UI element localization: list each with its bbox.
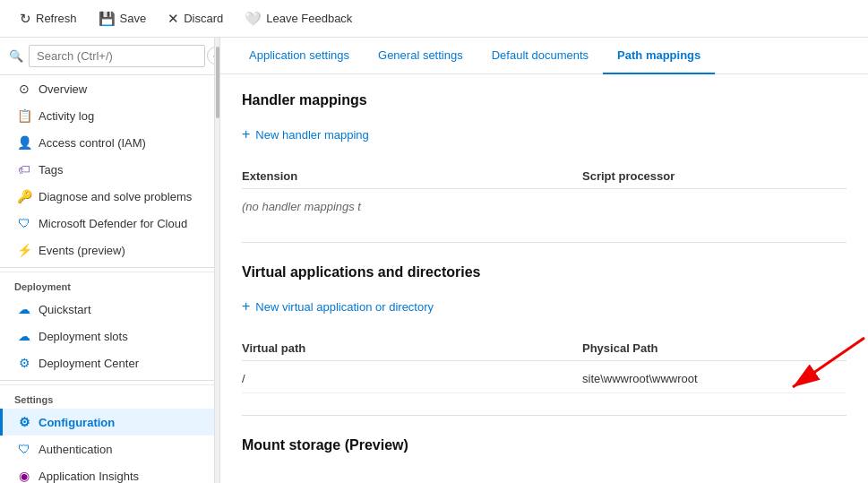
- virtual-apps-table: / site\wwwroot\wwwroot: [242, 365, 847, 393]
- save-label: Save: [120, 12, 147, 25]
- sidebar-item-configuration[interactable]: ⚙ Configuration: [0, 409, 214, 436]
- section-divider-1: [242, 242, 847, 243]
- physical-path-col-header: Physical Path: [582, 341, 847, 355]
- table-row[interactable]: / site\wwwroot\wwwroot: [242, 365, 847, 393]
- search-input[interactable]: [29, 45, 205, 67]
- sidebar-scrollbar-thumb[interactable]: [216, 47, 219, 118]
- refresh-label: Refresh: [36, 12, 77, 25]
- access-control-icon: 👤: [17, 135, 31, 150]
- feedback-button[interactable]: 🤍 Leave Feedback: [236, 7, 361, 30]
- sidebar-item-label: Tags: [39, 163, 63, 177]
- content-body: Handler mappings + New handler mapping E…: [220, 74, 868, 483]
- save-icon: 💾: [99, 11, 116, 27]
- overview-icon: ⊙: [17, 82, 31, 96]
- virtual-path-col-header: Virtual path: [242, 341, 582, 355]
- sidebar-item-label: Events (preview): [39, 244, 125, 257]
- virtual-apps-title: Virtual applications and directories: [242, 264, 847, 280]
- physical-path-value: site\wwwroot\wwwroot: [582, 372, 698, 385]
- sidebar-item-authentication[interactable]: 🛡 Authentication: [0, 436, 214, 462]
- sidebar-item-label: Configuration: [39, 416, 115, 429]
- deployment-center-icon: ⚙: [17, 356, 31, 370]
- tab-application-settings[interactable]: Application settings: [235, 38, 364, 74]
- discard-button[interactable]: ✕ Discard: [159, 7, 232, 30]
- extension-col-header: Extension: [242, 169, 582, 183]
- refresh-button[interactable]: ↻ Refresh: [11, 7, 86, 30]
- deployment-divider: [0, 267, 214, 268]
- feedback-label: Leave Feedback: [266, 12, 352, 25]
- sidebar-item-overview[interactable]: ⊙ Overview: [0, 75, 214, 102]
- add-handler-label: New handler mapping: [255, 128, 368, 142]
- configuration-icon: ⚙: [17, 415, 31, 429]
- physical-path-cell: site\wwwroot\wwwroot: [582, 372, 847, 385]
- discard-icon: ✕: [168, 11, 179, 27]
- quickstart-icon: ☁: [17, 302, 31, 316]
- tab-label: General settings: [378, 48, 463, 62]
- sidebar-item-label: Access control (IAM): [39, 136, 146, 150]
- sidebar-item-label: Microsoft Defender for Cloud: [39, 217, 187, 230]
- authentication-icon: 🛡: [17, 442, 31, 456]
- refresh-icon: ↻: [20, 11, 31, 27]
- sidebar-item-defender[interactable]: 🛡 Microsoft Defender for Cloud: [0, 210, 214, 237]
- sidebar-search: 🔍: [0, 38, 214, 75]
- sidebar-item-diagnose[interactable]: 🔑 Diagnose and solve problems: [0, 183, 214, 210]
- sidebar-item-quickstart[interactable]: ☁ Quickstart: [0, 296, 214, 323]
- sidebar: 🔍 « ⊙ Overview 📋 Activity log 👤 Access c…: [0, 38, 215, 483]
- settings-divider: [0, 380, 214, 381]
- script-processor-col-header: Script processor: [582, 169, 847, 183]
- virtual-path-cell: /: [242, 372, 582, 385]
- tab-default-documents[interactable]: Default documents: [477, 38, 603, 74]
- handler-empty-message: (no handler mappings t: [242, 193, 847, 220]
- tags-icon: 🏷: [17, 162, 31, 177]
- handler-mappings-title: Handler mappings: [242, 92, 847, 108]
- sidebar-item-deployment-slots[interactable]: ☁ Deployment slots: [0, 323, 214, 349]
- sidebar-item-label: Diagnose and solve problems: [39, 190, 192, 203]
- toolbar: ↻ Refresh 💾 Save ✕ Discard 🤍 Leave Feedb…: [0, 0, 868, 38]
- heart-icon: 🤍: [245, 11, 262, 27]
- empty-text: (no handler mappings t: [242, 200, 361, 213]
- tab-label: Default documents: [492, 48, 589, 62]
- deployment-slots-icon: ☁: [17, 329, 31, 343]
- diagnose-icon: 🔑: [17, 189, 31, 203]
- sidebar-item-events[interactable]: ⚡ Events (preview): [0, 237, 214, 263]
- sidebar-item-label: Deployment Center: [39, 357, 139, 370]
- sidebar-item-label: Overview: [39, 82, 87, 96]
- sidebar-item-label: Quickstart: [39, 303, 91, 316]
- activity-log-icon: 📋: [17, 108, 31, 123]
- events-icon: ⚡: [17, 243, 31, 257]
- application-insights-icon: ◉: [17, 469, 31, 483]
- add-virtual-label: New virtual application or directory: [255, 300, 434, 314]
- main-layout: 🔍 « ⊙ Overview 📋 Activity log 👤 Access c…: [0, 38, 868, 483]
- tab-path-mappings[interactable]: Path mappings: [603, 38, 715, 74]
- section-divider-2: [242, 415, 847, 416]
- virtual-path-value: /: [242, 372, 245, 385]
- defender-icon: 🛡: [17, 216, 31, 230]
- content-area: Application settings General settings De…: [220, 38, 868, 483]
- mount-storage-title: Mount storage (Preview): [242, 437, 847, 453]
- sidebar-item-label: Application Insights: [39, 470, 139, 483]
- virtual-table-header: Virtual path Physical Path: [242, 336, 847, 361]
- search-icon: 🔍: [9, 49, 23, 63]
- deployment-section-title: Deployment: [0, 272, 214, 296]
- add-handler-mapping-link[interactable]: + New handler mapping: [242, 123, 847, 146]
- plus-icon: +: [242, 126, 250, 142]
- plus-icon-2: +: [242, 298, 250, 315]
- discard-label: Discard: [184, 12, 223, 25]
- save-button[interactable]: 💾 Save: [90, 7, 156, 30]
- settings-section-title: Settings: [0, 384, 214, 409]
- tab-general-settings[interactable]: General settings: [364, 38, 477, 74]
- tab-label: Application settings: [249, 48, 349, 62]
- tab-label: Path mappings: [617, 48, 700, 62]
- tabs-bar: Application settings General settings De…: [220, 38, 868, 74]
- sidebar-item-tags[interactable]: 🏷 Tags: [0, 156, 214, 183]
- sidebar-item-label: Authentication: [39, 443, 112, 456]
- sidebar-item-activity-log[interactable]: 📋 Activity log: [0, 102, 214, 129]
- sidebar-item-application-insights[interactable]: ◉ Application Insights: [0, 462, 214, 483]
- sidebar-scrollbar-track: [215, 38, 220, 483]
- add-virtual-app-link[interactable]: + New virtual application or directory: [242, 295, 847, 318]
- sidebar-item-label: Activity log: [39, 109, 94, 123]
- sidebar-item-label: Deployment slots: [39, 330, 128, 343]
- sidebar-item-deployment-center[interactable]: ⚙ Deployment Center: [0, 349, 214, 376]
- sidebar-item-access-control[interactable]: 👤 Access control (IAM): [0, 129, 214, 156]
- handler-table-header: Extension Script processor: [242, 164, 847, 189]
